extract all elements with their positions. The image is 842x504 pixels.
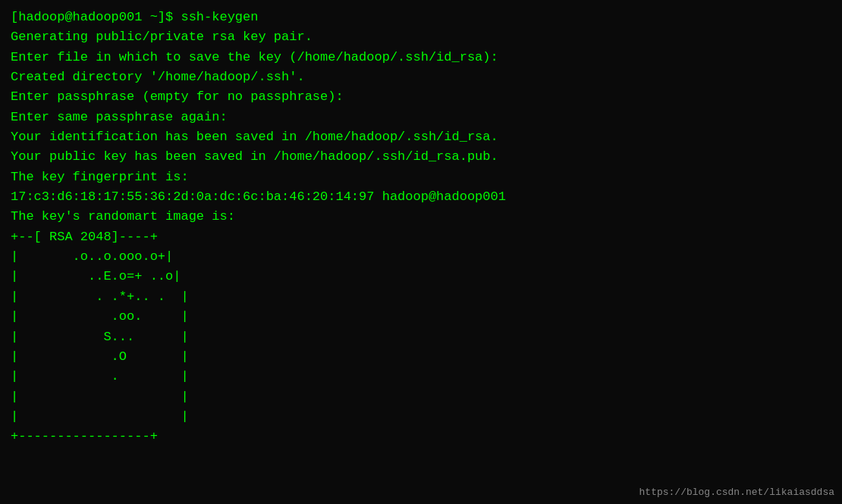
- terminal-line: Generating public/private rsa key pair.: [11, 27, 831, 47]
- terminal-line: | |: [11, 387, 831, 407]
- terminal-line: The key fingerprint is:: [11, 167, 831, 187]
- terminal-line: 17:c3:d6:18:17:55:36:2d:0a:dc:6c:ba:46:2…: [11, 187, 831, 207]
- terminal-line: +--[ RSA 2048]----+: [11, 227, 831, 247]
- terminal-line: | ..E.o=+ ..o|: [11, 267, 831, 286]
- terminal-line: | . .*+.. . |: [11, 287, 831, 307]
- terminal-line: | |: [11, 407, 831, 427]
- terminal-line: | . |: [11, 367, 831, 387]
- watermark: https://blog.csdn.net/likaiasddsa: [639, 487, 834, 498]
- terminal-line: | .O |: [11, 347, 831, 367]
- terminal-line: Your identification has been saved in /h…: [11, 127, 831, 147]
- terminal-line: Your public key has been saved in /home/…: [11, 147, 831, 167]
- terminal-line: Created directory '/home/hadoop/.ssh'.: [11, 67, 831, 87]
- terminal-line: The key's randomart image is:: [11, 207, 831, 227]
- terminal-output: [hadoop@hadoop001 ~]$ ssh-keygenGenerati…: [11, 8, 831, 447]
- terminal-line: Enter same passphrase again:: [11, 108, 831, 127]
- terminal-line: | .o..o.ooo.o+|: [11, 247, 831, 267]
- terminal-line: [hadoop@hadoop001 ~]$ ssh-keygen: [11, 8, 831, 27]
- terminal-line: | S... |: [11, 327, 831, 347]
- terminal-line: +-----------------+: [11, 427, 831, 446]
- terminal-line: | .oo. |: [11, 307, 831, 327]
- terminal-window: [hadoop@hadoop001 ~]$ ssh-keygenGenerati…: [0, 0, 842, 504]
- terminal-line: Enter passphrase (empty for no passphras…: [11, 87, 831, 107]
- terminal-line: Enter file in which to save the key (/ho…: [11, 48, 831, 67]
